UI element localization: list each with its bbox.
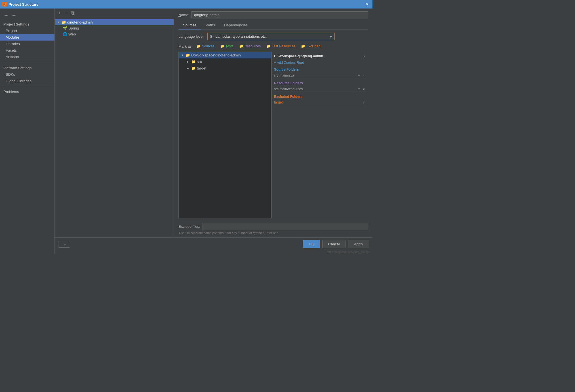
sidebar-item-project[interactable]: Project <box>0 28 54 34</box>
src-folder-icon: 📁 <box>191 60 196 64</box>
info-path-text: D:\Workspace\qingteng-admin <box>274 54 323 58</box>
sidebar-item-sdks[interactable]: SDKs <box>0 71 54 78</box>
spacer-2 <box>274 92 366 95</box>
apply-button[interactable]: Apply <box>348 240 369 248</box>
excluded-folder-path: target <box>274 100 283 104</box>
resources-folder-icon: 📁 <box>239 44 243 48</box>
excluded-folder-remove-btn[interactable]: × <box>362 100 366 104</box>
add-module-button[interactable]: + <box>57 10 62 17</box>
sidebar-item-artifacts[interactable]: Artifacts <box>0 54 54 60</box>
file-root-folder-icon: 📁 <box>186 53 190 57</box>
sidebar: ← → Project Settings Project Modules Lib… <box>0 9 55 254</box>
resources-btn-label: Resources <box>245 44 261 48</box>
file-tree-root[interactable]: ▼ 📁 D:\Workspace\qingteng-admin <box>179 52 271 58</box>
platform-settings-label: Platform Settings <box>0 64 54 71</box>
file-tree-area: ▼ 📁 D:\Workspace\qingteng-admin ▶ 📁 src … <box>178 52 271 218</box>
web-icon: 🌐 <box>63 32 67 36</box>
sidebar-divider-2 <box>0 86 54 86</box>
src-arrow: ▶ <box>187 60 190 63</box>
tests-btn-label: Tests <box>226 44 233 48</box>
close-button[interactable]: × <box>364 1 370 7</box>
mark-resources-button[interactable]: 📁 Resources <box>237 44 262 49</box>
tab-dependencies[interactable]: Dependencies <box>220 21 252 29</box>
content-split: ▼ 📁 D:\Workspace\qingteng-admin ▶ 📁 src … <box>178 52 368 218</box>
resource-folders-title: Resource Folders <box>274 81 366 85</box>
language-level-wrapper: 1 - Source code 2 - Inner classes 3 - fo… <box>207 33 335 40</box>
source-folder-edit-btn[interactable]: ✏ <box>357 73 361 77</box>
mark-tests-button[interactable]: 📁 Tests <box>218 44 235 49</box>
spring-label: Spring <box>68 26 79 30</box>
tree-web-node[interactable]: 🌐 Web <box>55 31 174 37</box>
sidebar-nav: ← → <box>0 11 54 20</box>
sidebar-item-facets[interactable]: Facets <box>0 47 54 54</box>
file-tree-target[interactable]: ▶ 📁 target <box>179 65 271 71</box>
tab-sources[interactable]: Sources <box>178 21 201 29</box>
sidebar-item-problems[interactable]: Problems <box>0 88 54 96</box>
web-label: Web <box>68 32 76 36</box>
resource-folder-remove-btn[interactable]: × <box>362 87 366 91</box>
tree-toolbar: + − ⧉ <box>55 9 174 18</box>
tabs: Sources Paths Dependencies <box>178 21 368 30</box>
excluded-folder-actions: × <box>362 100 366 104</box>
tree-root-node[interactable]: ▼ 📁 qingteng-admin <box>55 19 174 25</box>
tree-panel: + − ⧉ ▼ 📁 qingteng-admin 🌱 Spring <box>55 9 174 237</box>
resource-folder-edit-btn[interactable]: ✏ <box>357 87 361 91</box>
file-tree-src[interactable]: ▶ 📁 src <box>179 58 271 65</box>
project-settings-label: Project Settings <box>0 20 54 28</box>
info-path-header: D:\Workspace\qingteng-admin × <box>274 54 366 58</box>
content-area: + − ⧉ ▼ 📁 qingteng-admin 🌱 Spring <box>55 9 372 254</box>
file-root-arrow: ▼ <box>181 54 184 57</box>
spacer-1 <box>274 79 366 81</box>
sidebar-item-global-libraries[interactable]: Global Libraries <box>0 78 54 84</box>
name-input[interactable] <box>191 11 368 18</box>
forward-button[interactable]: → <box>10 12 18 19</box>
help-button[interactable]: ? <box>58 241 70 248</box>
app-icon: U <box>2 2 7 7</box>
tests-folder-icon: 📁 <box>220 44 224 48</box>
info-close-button[interactable]: × <box>363 54 366 58</box>
test-resources-btn-label: Test Resources <box>272 44 295 48</box>
right-panel: Name: Sources Paths Dependencies Languag… <box>174 9 372 237</box>
sidebar-item-libraries[interactable]: Libraries <box>0 41 54 47</box>
exclude-files-input[interactable] <box>203 223 368 230</box>
sidebar-item-modules[interactable]: Modules <box>0 34 54 41</box>
mark-sources-button[interactable]: 📁 Sources <box>195 44 216 49</box>
mark-excluded-button[interactable]: 📁 Excluded <box>299 44 322 49</box>
sidebar-divider <box>0 62 54 62</box>
ok-button[interactable]: OK <box>303 240 320 248</box>
remove-module-button[interactable]: − <box>64 10 69 17</box>
back-button[interactable]: ← <box>2 12 10 19</box>
language-level-select[interactable]: 1 - Source code 2 - Inner classes 3 - fo… <box>207 33 335 40</box>
tab-paths[interactable]: Paths <box>201 21 220 29</box>
folder-icon: 📁 <box>62 20 66 24</box>
mark-as-label: Mark as: <box>178 44 193 49</box>
source-folder-remove-btn[interactable]: × <box>362 73 366 77</box>
tree-content: ▼ 📁 qingteng-admin 🌱 Spring 🌐 Web <box>55 18 174 237</box>
sources-btn-label: Sources <box>202 44 214 48</box>
file-root-label: D:\Workspace\qingteng-admin <box>191 53 241 57</box>
title-bar: U Project Structure × <box>0 0 372 9</box>
copy-module-button[interactable]: ⧉ <box>70 10 76 17</box>
exclude-hint: Use ; to separate name patterns, * for a… <box>178 231 368 235</box>
add-content-root[interactable]: + Add Content Root <box>274 61 366 65</box>
spring-icon: 🌱 <box>63 26 67 30</box>
source-folder-actions: ✏ × <box>357 73 366 77</box>
resource-folder-actions: ✏ × <box>357 87 366 91</box>
src-label: src <box>197 60 202 64</box>
expand-arrow: ▼ <box>57 21 60 24</box>
excluded-folder-icon: 📁 <box>301 44 305 48</box>
name-label: Name: <box>178 13 189 17</box>
root-module-label: qingteng-admin <box>67 20 93 24</box>
main-layout: ← → Project Settings Project Modules Lib… <box>0 9 372 254</box>
top-section: + − ⧉ ▼ 📁 qingteng-admin 🌱 Spring <box>55 9 372 237</box>
target-folder-icon: 📁 <box>191 66 196 70</box>
name-row: Name: <box>178 11 368 18</box>
info-panel: D:\Workspace\qingteng-admin × + Add Cont… <box>271 52 368 218</box>
resource-folder-item-0: src\main\resources ✏ × <box>274 86 366 92</box>
mark-as-row: Mark as: 📁 Sources 📁 Tests 📁 Resources <box>178 44 368 49</box>
cancel-button[interactable]: Cancel <box>322 240 346 248</box>
bottom-bar: ? OK Cancel Apply <box>55 237 372 250</box>
mark-test-resources-button[interactable]: 📁 Test Resources <box>265 44 297 49</box>
watermark: https://blog.csdn.net/yang_guang3 <box>55 250 372 254</box>
tree-spring-node[interactable]: 🌱 Spring <box>55 25 174 31</box>
